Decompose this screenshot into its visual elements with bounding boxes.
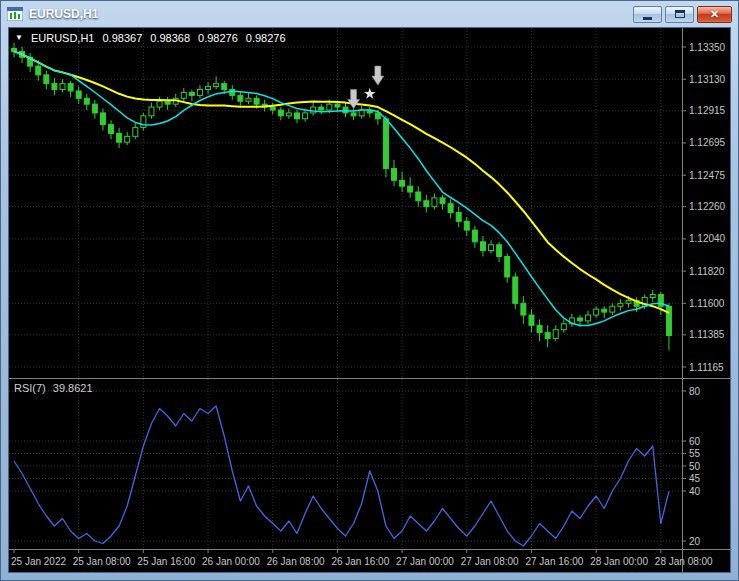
rsi-line-layer [14, 406, 669, 546]
time-axis-label: 26 Jan 08:00 [267, 556, 325, 567]
time-axis-label: 25 Jan 2022 [11, 556, 66, 567]
rsi-axis-label: 60 [689, 436, 701, 447]
markers-layer[interactable] [348, 66, 384, 108]
price-axis-label: 1.11820 [689, 266, 725, 277]
price-axis-label: 1.12475 [689, 170, 726, 181]
price-axis-label: 1.11385 [689, 329, 725, 340]
time-axis-label: 26 Jan 16:00 [331, 556, 389, 567]
rsi-axis-label: 40 [689, 486, 701, 497]
ohlc-low: 0.98276 [198, 32, 238, 44]
arrow-down-marker[interactable] [348, 90, 360, 109]
rsi-axis-label: 20 [689, 536, 701, 547]
window-controls: ✕ [633, 6, 732, 23]
price-axis-label: 1.11165 [689, 362, 724, 373]
close-button[interactable]: ✕ [697, 6, 732, 23]
chart-window: EURUSD,H1 ✕ ▼ EURUSD,H1 0.98367 0.98368 … [0, 0, 739, 581]
price-axis-label: 1.13130 [689, 74, 726, 85]
time-axis-label: 27 Jan 08:00 [461, 556, 519, 567]
rsi-axis-label: 55 [689, 448, 701, 459]
ohlc-open: 0.98367 [103, 32, 143, 44]
maximize-button[interactable] [665, 6, 694, 23]
ohlc-info: ▼ EURUSD,H1 0.98367 0.98368 0.98276 0.98… [15, 32, 286, 44]
time-axis-label: 28 Jan 00:00 [590, 556, 648, 567]
close-icon: ✕ [710, 9, 719, 20]
ma-layer [14, 51, 669, 325]
rsi-axis-label: 50 [689, 461, 701, 472]
price-axis-label: 1.12040 [689, 233, 726, 244]
price-axis-label: 1.13350 [689, 42, 726, 53]
rsi-indicator-label: RSI(7) 39.8621 [14, 382, 93, 394]
rsi-axis-label: 80 [689, 386, 701, 397]
rsi-line [14, 406, 669, 546]
price-axis-label: 1.12260 [689, 201, 726, 212]
ohlc-close: 0.98276 [246, 32, 286, 44]
ma-slow-line [14, 51, 669, 312]
time-axis-label: 27 Jan 16:00 [525, 556, 583, 567]
window-title: EURUSD,H1 [29, 7, 98, 21]
chart-plot[interactable]: 1.133501.131301.129151.126951.124751.122… [9, 28, 732, 574]
chart-area[interactable]: ▼ EURUSD,H1 0.98367 0.98368 0.98276 0.98… [8, 27, 731, 573]
time-axis-label: 25 Jan 08:00 [73, 556, 131, 567]
rsi-value: 39.8621 [53, 382, 93, 394]
rsi-name: RSI(7) [14, 382, 46, 394]
window-icon [7, 7, 23, 21]
ma-fast-line [14, 51, 669, 325]
price-axis-label: 1.12695 [689, 137, 726, 148]
ohlc-high: 0.98368 [150, 32, 190, 44]
price-axis-label: 1.12915 [689, 105, 726, 116]
price-axis-label: 1.11600 [689, 298, 725, 309]
title-bar[interactable]: EURUSD,H1 ✕ [1, 1, 738, 27]
maximize-icon [675, 10, 685, 18]
time-axis-label: 28 Jan 08:00 [655, 556, 713, 567]
minimize-icon [643, 17, 652, 20]
chart-symbol-label: EURUSD,H1 [31, 32, 95, 44]
time-axis-label: 27 Jan 00:00 [396, 556, 454, 567]
star-marker[interactable] [364, 88, 375, 99]
minimize-button[interactable] [633, 6, 662, 23]
rsi-axis-label: 45 [689, 473, 701, 484]
collapse-icon[interactable]: ▼ [15, 34, 23, 42]
time-axis-label: 26 Jan 00:00 [202, 556, 260, 567]
time-axis-label: 25 Jan 16:00 [137, 556, 195, 567]
arrow-down-marker[interactable] [372, 66, 384, 85]
